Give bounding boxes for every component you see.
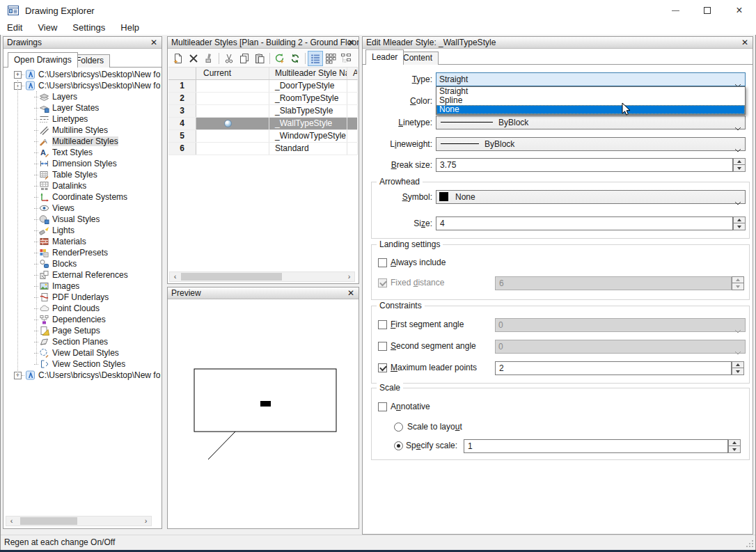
tree-item-linetypes[interactable]: Linetypes: [4, 113, 161, 125]
type-combobox[interactable]: Straight: [436, 72, 746, 86]
specify-scale-radio[interactable]: [394, 441, 403, 450]
current-cell[interactable]: [196, 118, 269, 129]
tree-item-drawing[interactable]: -C:\Users\bricsys\Desktop\New fold: [4, 80, 161, 91]
scroll-thumb[interactable]: [20, 517, 77, 525]
table-row-_SlabTypeStyle[interactable]: 3_SlabTypeStyle: [168, 105, 358, 118]
tree-item-views[interactable]: Views: [4, 203, 161, 214]
always-include-checkbox[interactable]: [378, 258, 387, 267]
annotative-cell[interactable]: [347, 105, 358, 117]
maximize-button[interactable]: [691, 0, 723, 21]
tree-item-datalinks[interactable]: Datalinks: [4, 180, 161, 191]
styles-panel-close-icon[interactable]: ✕: [346, 38, 356, 47]
table-row-_DoorTypeStyle[interactable]: 1_DoorTypeStyle: [168, 80, 358, 93]
column-header[interactable]: Multileader Style Name: [269, 68, 347, 79]
spin-down-icon[interactable]: [733, 165, 746, 172]
resize-grip[interactable]: [746, 540, 753, 547]
copy-button[interactable]: [237, 51, 252, 66]
dropdown-option-none[interactable]: None: [436, 105, 745, 114]
column-header[interactable]: [168, 68, 196, 79]
linetype-combobox[interactable]: ByBlock: [436, 116, 746, 129]
tree-item-drawing[interactable]: +C:\Users\bricsys\Desktop\New fold: [4, 69, 161, 80]
drawings-panel-close-icon[interactable]: ✕: [149, 38, 159, 47]
style-name-cell[interactable]: _RoomTypeStyle: [269, 93, 347, 104]
second-segment-angle-combobox[interactable]: 0: [495, 340, 746, 354]
annotative-cell[interactable]: [347, 93, 358, 104]
tree-item-renderpresets[interactable]: RenderPresets: [4, 247, 161, 258]
maximum-leader-points-checkbox[interactable]: [378, 363, 387, 372]
tree-item-text-styles[interactable]: AText Styles: [4, 147, 161, 158]
table-row-_WallTypeStyle[interactable]: 4_WallTypeStyle: [168, 118, 358, 130]
tree-item-images[interactable]: Images: [4, 281, 161, 292]
tree-item-section-planes[interactable]: Section Planes: [4, 336, 161, 347]
tree-item-table-styles[interactable]: Table Styles: [4, 169, 161, 180]
annotative-cell[interactable]: [347, 118, 358, 129]
spin-up-icon[interactable]: [732, 361, 744, 368]
dropdown-option-spline[interactable]: Spline: [436, 96, 745, 105]
styles-hscrollbar[interactable]: ‹ ›: [169, 271, 355, 282]
scroll-left-icon[interactable]: ‹: [6, 516, 17, 526]
tree-item-layer-states[interactable]: Layer States: [4, 102, 161, 113]
scroll-left-icon[interactable]: ‹: [170, 272, 180, 281]
column-header[interactable]: Annotative: [347, 68, 358, 79]
size-spinner[interactable]: [733, 216, 746, 230]
tree-item-multileader-styles[interactable]: AMultileader Styles: [4, 136, 161, 147]
preview-panel-close-icon[interactable]: ✕: [346, 288, 356, 298]
second-segment-angle-checkbox[interactable]: [378, 342, 387, 351]
view-icons-button[interactable]: [323, 51, 338, 66]
annotative-cell[interactable]: [347, 80, 358, 92]
scroll-right-icon[interactable]: ›: [141, 516, 151, 526]
specify-scale-spinner[interactable]: [728, 439, 741, 453]
tree-item-dependencies[interactable]: Dependencies: [4, 314, 161, 325]
tree-item-view-detail-styles[interactable]: View Detail Styles: [4, 347, 161, 358]
current-cell[interactable]: [196, 130, 269, 142]
maximum-leader-points-input[interactable]: 2: [495, 361, 732, 375]
break-size-input[interactable]: 3.75: [436, 158, 733, 172]
refresh-button[interactable]: [288, 51, 303, 66]
style-name-cell[interactable]: _WallTypeStyle: [269, 118, 347, 129]
close-button[interactable]: ×: [723, 0, 755, 21]
spin-up-icon[interactable]: [733, 158, 746, 165]
annotative-checkbox[interactable]: [378, 402, 387, 411]
current-cell[interactable]: [196, 93, 269, 104]
spin-up-icon[interactable]: [733, 216, 746, 223]
minimize-button[interactable]: [659, 0, 691, 21]
new-style-button[interactable]: [171, 51, 186, 66]
style-name-cell[interactable]: _WindowTypeStyle: [269, 130, 347, 142]
tab-leader[interactable]: Leader: [365, 49, 404, 65]
scale-to-layout-radio[interactable]: [394, 423, 403, 432]
spin-down-icon[interactable]: [728, 446, 741, 453]
fixed-distance-input[interactable]: 6: [495, 276, 732, 290]
paste-button[interactable]: [252, 51, 267, 66]
first-segment-angle-combobox[interactable]: 0: [495, 318, 746, 332]
tab-open-drawings[interactable]: Open Drawings: [8, 52, 78, 68]
cut-button[interactable]: [221, 51, 237, 66]
annotative-cell[interactable]: [347, 130, 358, 142]
tree-item-page-setups[interactable]: Page Setups: [4, 325, 161, 336]
spin-up-icon[interactable]: [732, 276, 744, 283]
delete-button[interactable]: [186, 51, 201, 66]
edit-panel-close-icon[interactable]: ✕: [740, 38, 750, 47]
current-style-radio-icon[interactable]: [224, 120, 232, 127]
current-cell[interactable]: [196, 80, 269, 92]
size-input[interactable]: 4: [436, 216, 733, 230]
tree-item-visual-styles[interactable]: Visual Styles: [4, 214, 161, 225]
annotative-cell[interactable]: [347, 143, 358, 155]
drawings-hscrollbar[interactable]: ‹ ›: [6, 516, 152, 526]
spin-down-icon[interactable]: [733, 223, 746, 230]
purge-button[interactable]: [201, 51, 216, 66]
table-row-_RoomTypeStyle[interactable]: 2_RoomTypeStyle: [168, 93, 358, 105]
spin-down-icon[interactable]: [732, 368, 744, 375]
tree-item-materials[interactable]: Materials: [4, 236, 161, 247]
maximum-leader-points-spinner[interactable]: [732, 361, 744, 375]
menu-view[interactable]: View: [30, 21, 65, 35]
style-name-cell[interactable]: _SlabTypeStyle: [269, 105, 347, 117]
tree-item-dimension-styles[interactable]: Dimension Styles: [4, 158, 161, 169]
tree-item-multiline-styles[interactable]: Multiline Styles: [4, 125, 161, 136]
table-row-_WindowTypeStyle[interactable]: 5_WindowTypeStyle: [168, 130, 358, 143]
menu-settings[interactable]: Settings: [65, 21, 113, 35]
table-row-Standard[interactable]: 6Standard: [168, 143, 358, 155]
tree-item-blocks[interactable]: Blocks: [4, 258, 161, 269]
break-size-spinner[interactable]: [733, 158, 746, 172]
dropdown-option-straight[interactable]: Straight: [436, 87, 745, 96]
tree-item-point-clouds[interactable]: Point Clouds: [4, 303, 161, 314]
